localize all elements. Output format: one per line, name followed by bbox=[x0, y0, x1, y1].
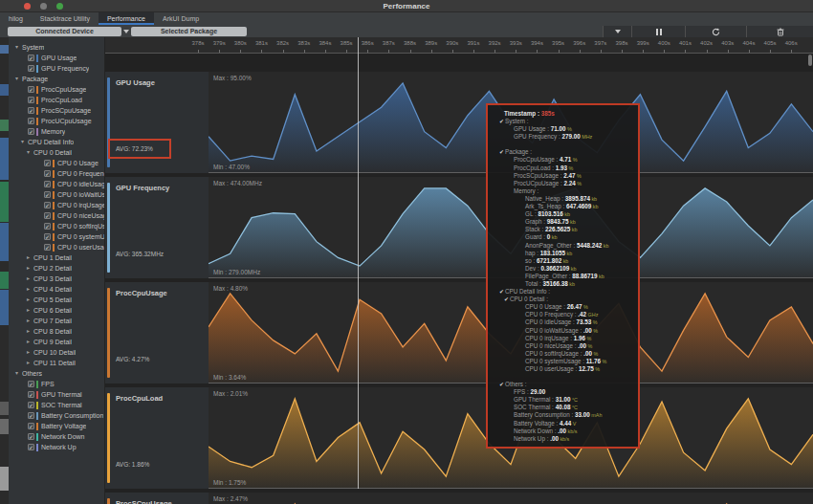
sidebar-item-battery-voltage[interactable]: ✓Battery Voltage bbox=[9, 421, 104, 431]
pause-button[interactable] bbox=[631, 26, 685, 37]
selected-package-button[interactable]: Selected Package bbox=[131, 27, 247, 36]
sidebar-item-cpu-0-niceusage[interactable]: ✓CPU 0 niceUsage bbox=[9, 210, 104, 221]
checkbox[interactable]: ✓ bbox=[44, 170, 51, 177]
connected-device-button[interactable]: Connected Device bbox=[8, 27, 121, 36]
sidebar-item-cpu-11-detail[interactable]: ▸CPU 11 Detail bbox=[9, 358, 104, 368]
checkbox[interactable]: ✓ bbox=[28, 118, 34, 124]
chevron-down-icon[interactable]: ▾ bbox=[15, 368, 22, 379]
sidebar-item-cpu-0-idleusage[interactable]: ✓CPU 0 idleUsage bbox=[9, 179, 104, 189]
sidebar-item-cpu-0-iowaitusage[interactable]: ✓CPU 0 ioWaitUsage bbox=[9, 189, 104, 200]
checkbox[interactable]: ✓ bbox=[44, 181, 51, 187]
sidebar-item-cpu-3-detail[interactable]: ▸CPU 3 Detail bbox=[9, 274, 104, 284]
chevron-right-icon[interactable]: ▸ bbox=[27, 316, 33, 326]
sidebar-item-cpu-0-usage[interactable]: ✓CPU 0 Usage bbox=[9, 158, 104, 168]
sidebar-item-network-down[interactable]: ✓Network Down bbox=[9, 431, 104, 442]
sidebar-item-cpu-detail-info[interactable]: ▾CPU Detail Info bbox=[9, 137, 104, 147]
timeline-tick-mark bbox=[791, 50, 792, 53]
close-button[interactable] bbox=[24, 3, 31, 10]
sidebar-item-cpu-0-systemusage[interactable]: ✓CPU 0 systemUsage bbox=[9, 231, 104, 242]
checkbox[interactable]: ✓ bbox=[44, 212, 51, 219]
checkbox[interactable]: ✓ bbox=[28, 412, 34, 419]
sidebar-item-battery-consumption[interactable]: ✓Battery Consumption bbox=[9, 410, 104, 421]
chevron-right-icon[interactable]: ▸ bbox=[27, 284, 33, 295]
sidebar-item-procucpuusage[interactable]: ✓ProcUCpuUsage bbox=[9, 116, 104, 126]
sidebar-item-cpu-0-detail[interactable]: ▾CPU 0 Detail bbox=[9, 147, 104, 158]
sidebar-item-proccpuusage[interactable]: ✓ProcCpuUsage bbox=[9, 84, 104, 95]
checkbox[interactable]: ✓ bbox=[28, 423, 34, 429]
checkbox[interactable]: ✓ bbox=[28, 128, 34, 135]
tab-hilog[interactable]: hilog bbox=[0, 12, 32, 25]
tab-performance[interactable]: Performance bbox=[99, 12, 154, 25]
chevron-right-icon[interactable]: ▸ bbox=[27, 347, 33, 358]
refresh-button[interactable] bbox=[685, 26, 746, 37]
chevron-down-icon[interactable]: ▾ bbox=[27, 147, 33, 158]
zoom-button[interactable] bbox=[56, 3, 63, 10]
tab-arkui-dump[interactable]: ArkUI Dump bbox=[154, 12, 208, 25]
timeline-ruler[interactable]: 378s379s380s381s382s383s384s385s386s387s… bbox=[105, 37, 813, 54]
checkbox[interactable]: ✓ bbox=[44, 244, 51, 251]
checkbox[interactable]: ✓ bbox=[28, 65, 34, 72]
sidebar-item-fps[interactable]: ✓FPS bbox=[9, 379, 104, 389]
sidebar-item-cpu-2-detail[interactable]: ▸CPU 2 Detail bbox=[9, 263, 104, 274]
sidebar-item-cpu-4-detail[interactable]: ▸CPU 4 Detail bbox=[9, 284, 104, 295]
checkbox[interactable]: ✓ bbox=[28, 55, 34, 61]
sidebar-item-cpu-0-frequency[interactable]: ✓CPU 0 Frequency bbox=[9, 168, 104, 179]
checkbox[interactable]: ✓ bbox=[44, 202, 51, 208]
sidebar-item-cpu-9-detail[interactable]: ▸CPU 9 Detail bbox=[9, 337, 104, 347]
tab-stacktrace-utility[interactable]: Stacktrace Utility bbox=[32, 12, 99, 25]
sidebar-item-cpu-1-detail[interactable]: ▸CPU 1 Detail bbox=[9, 252, 104, 263]
chart-options-dropdown[interactable] bbox=[603, 26, 631, 37]
chevron-right-icon[interactable]: ▸ bbox=[27, 305, 33, 316]
sidebar-item-cpu-0-userusage[interactable]: ✓CPU 0 userUsage bbox=[9, 242, 104, 252]
checkbox[interactable]: ✓ bbox=[44, 160, 51, 166]
sidebar-item-cpu-10-detail[interactable]: ▸CPU 10 Detail bbox=[9, 347, 104, 358]
checkbox[interactable]: ✓ bbox=[28, 381, 34, 387]
chevron-right-icon[interactable]: ▸ bbox=[27, 295, 33, 305]
checkbox[interactable]: ✓ bbox=[28, 391, 34, 398]
checkbox[interactable]: ✓ bbox=[44, 191, 51, 198]
sidebar-item-cpu-0-irqusage[interactable]: ✓CPU 0 irqUsage bbox=[9, 200, 104, 210]
checkbox[interactable]: ✓ bbox=[44, 223, 51, 230]
checkbox[interactable]: ✓ bbox=[44, 233, 51, 240]
sidebar-item-system[interactable]: ▾System bbox=[9, 42, 104, 53]
sidebar-item-label: Network Down bbox=[41, 431, 85, 442]
sidebar-item-others[interactable]: ▾Others bbox=[9, 368, 104, 379]
sidebar-item-cpu-0-softirqusage[interactable]: ✓CPU 0 softIrqUsage bbox=[9, 221, 104, 231]
checkbox[interactable]: ✓ bbox=[28, 444, 34, 450]
chevron-down-icon[interactable]: ▾ bbox=[15, 74, 22, 84]
timeline-tick-label: 402s bbox=[700, 40, 713, 46]
sidebar-item-gpu-usage[interactable]: ✓GPU Usage bbox=[9, 53, 104, 63]
sidebar-item-cpu-5-detail[interactable]: ▸CPU 5 Detail bbox=[9, 295, 104, 305]
sidebar-item-procscpuusage[interactable]: ✓ProcSCpuUsage bbox=[9, 105, 104, 116]
chevron-down-icon[interactable]: ▾ bbox=[15, 42, 22, 53]
checkbox[interactable]: ✓ bbox=[28, 97, 34, 103]
chevron-right-icon[interactable]: ▸ bbox=[27, 337, 33, 347]
sidebar-item-network-up[interactable]: ✓Network Up bbox=[9, 442, 104, 452]
chevron-right-icon[interactable]: ▸ bbox=[27, 263, 33, 274]
sidebar-item-proccpuload[interactable]: ✓ProcCpuLoad bbox=[9, 95, 104, 105]
chevron-right-icon[interactable]: ▸ bbox=[27, 358, 33, 368]
chevron-right-icon[interactable]: ▸ bbox=[27, 326, 33, 337]
sidebar-item-soc-thermal[interactable]: ✓SOC Thermal bbox=[9, 400, 104, 410]
scrollbar-thumb[interactable] bbox=[808, 55, 812, 66]
checkbox[interactable]: ✓ bbox=[28, 86, 34, 93]
sidebar-item-cpu-6-detail[interactable]: ▸CPU 6 Detail bbox=[9, 305, 104, 316]
checkbox[interactable]: ✓ bbox=[28, 107, 34, 114]
clear-button[interactable] bbox=[746, 26, 813, 37]
checkbox[interactable]: ✓ bbox=[28, 433, 34, 440]
sidebar-item-memory[interactable]: ✓Memory bbox=[9, 126, 104, 137]
chevron-right-icon[interactable]: ▸ bbox=[27, 252, 33, 263]
chevron-right-icon[interactable]: ▸ bbox=[27, 274, 33, 284]
chevron-down-icon[interactable] bbox=[123, 30, 129, 33]
sidebar-item-cpu-8-detail[interactable]: ▸CPU 8 Detail bbox=[9, 326, 104, 337]
sidebar-item-package[interactable]: ▾Package bbox=[9, 74, 104, 84]
playhead-line[interactable] bbox=[358, 37, 359, 489]
sidebar-item-gpu-thermal[interactable]: ✓GPU Thermal bbox=[9, 389, 104, 400]
sidebar-item-gpu-frequency[interactable]: ✓GPU Frequency bbox=[9, 63, 104, 74]
chart-plot-proc-s-cpu-usage[interactable]: Max : 2.47% bbox=[209, 493, 813, 504]
tooltip-label: Dev : bbox=[525, 265, 540, 272]
chevron-down-icon[interactable]: ▾ bbox=[21, 137, 28, 147]
checkbox[interactable]: ✓ bbox=[28, 402, 34, 408]
sidebar-item-cpu-7-detail[interactable]: ▸CPU 7 Detail bbox=[9, 316, 104, 326]
minimize-button[interactable] bbox=[40, 3, 47, 10]
